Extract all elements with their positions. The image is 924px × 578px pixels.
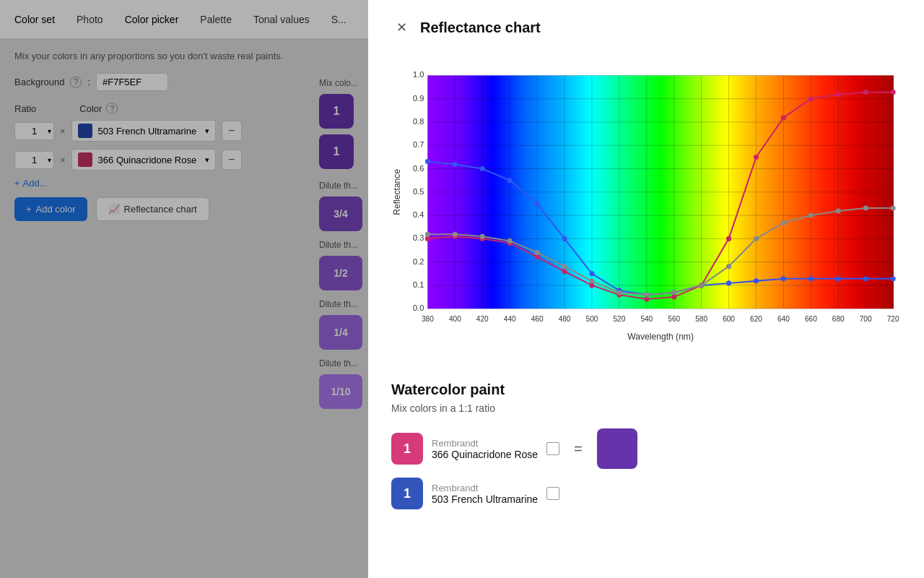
svg-point-69 <box>726 280 731 285</box>
svg-point-92 <box>863 90 868 95</box>
svg-text:0.7: 0.7 <box>413 140 424 149</box>
svg-text:520: 520 <box>613 315 625 323</box>
svg-text:400: 400 <box>449 315 461 323</box>
svg-text:660: 660 <box>805 315 817 323</box>
svg-point-109 <box>836 209 841 214</box>
svg-text:460: 460 <box>531 315 544 323</box>
svg-point-72 <box>808 276 814 281</box>
svg-text:0.3: 0.3 <box>413 233 424 242</box>
svg-point-90 <box>808 96 814 101</box>
checkbox-rose[interactable] <box>546 442 559 455</box>
paint-brand-rose: Rembrandt <box>432 438 538 449</box>
svg-point-75 <box>891 276 896 281</box>
close-modal-button[interactable]: ✕ <box>391 17 411 38</box>
paint-name-ultramarine: 503 French Ultramarine <box>432 493 538 505</box>
y-axis-title: Reflectance <box>392 169 402 215</box>
svg-point-81 <box>562 269 567 274</box>
watercolor-section: Watercolor paint Mix colors in a 1:1 rat… <box>391 381 901 509</box>
paint-name-rose: 366 Quinacridone Rose <box>432 449 538 460</box>
svg-text:0.8: 0.8 <box>413 117 424 126</box>
svg-text:0.1: 0.1 <box>413 280 424 289</box>
svg-text:600: 600 <box>723 315 735 323</box>
svg-text:560: 560 <box>668 315 680 323</box>
svg-text:480: 480 <box>559 315 571 323</box>
svg-point-70 <box>754 278 759 283</box>
svg-point-71 <box>781 276 786 281</box>
svg-point-108 <box>808 213 814 218</box>
svg-point-105 <box>726 264 731 269</box>
paint-badge-ultramarine: 1 <box>391 478 423 509</box>
svg-text:0.2: 0.2 <box>413 257 424 266</box>
reflectance-chart-svg: 0.0 0.1 0.2 0.3 0.4 0.5 0.6 0.7 0.8 0.9 … <box>391 55 901 358</box>
mix-ratio-text: Mix colors in a 1:1 ratio <box>391 402 901 414</box>
svg-point-107 <box>781 220 786 225</box>
svg-point-61 <box>507 178 513 183</box>
svg-text:640: 640 <box>777 315 790 323</box>
svg-text:440: 440 <box>504 315 516 323</box>
svg-point-94 <box>425 232 430 237</box>
svg-text:580: 580 <box>695 315 707 323</box>
svg-text:500: 500 <box>586 315 598 323</box>
reflectance-chart-container: 0.0 0.1 0.2 0.3 0.4 0.5 0.6 0.7 0.8 0.9 … <box>391 55 901 358</box>
paint-badge-rose: 1 <box>391 433 423 465</box>
x-axis-title: Wavelength (nm) <box>627 332 694 342</box>
svg-point-73 <box>836 276 841 281</box>
svg-point-106 <box>754 236 759 241</box>
svg-point-96 <box>480 234 485 239</box>
svg-text:700: 700 <box>860 315 872 323</box>
svg-point-99 <box>562 264 567 269</box>
paint-info-rose: Rembrandt 366 Quinacridone Rose <box>432 438 538 460</box>
svg-point-59 <box>453 162 458 167</box>
svg-text:0.9: 0.9 <box>413 94 424 103</box>
svg-point-64 <box>589 271 594 276</box>
svg-point-76 <box>425 236 430 241</box>
result-color-swatch <box>597 428 637 469</box>
svg-text:0.4: 0.4 <box>413 210 424 219</box>
svg-point-98 <box>535 250 540 255</box>
paint-info-ultramarine: Rembrandt 503 French Ultramarine <box>432 483 538 505</box>
svg-point-104 <box>699 282 704 288</box>
reflectance-modal: ✕ Reflectance chart <box>368 0 924 578</box>
paint-row-ultramarine: 1 Rembrandt 503 French Ultramarine <box>391 478 901 509</box>
svg-point-101 <box>616 290 622 295</box>
x-axis-labels: 380 400 420 440 460 480 500 520 540 560 … <box>422 315 899 323</box>
paint-brand-ultramarine: Rembrandt <box>432 483 538 493</box>
svg-text:620: 620 <box>750 315 762 323</box>
svg-point-74 <box>863 276 868 281</box>
svg-point-100 <box>589 278 594 283</box>
svg-point-110 <box>863 205 868 210</box>
svg-point-95 <box>453 232 458 237</box>
y-axis-labels: 0.0 0.1 0.2 0.3 0.4 0.5 0.6 0.7 0.8 0.9 … <box>413 70 424 312</box>
svg-point-84 <box>644 297 649 302</box>
modal-title: Reflectance chart <box>420 20 541 36</box>
svg-point-58 <box>425 159 430 164</box>
checkbox-ultramarine[interactable] <box>546 487 559 500</box>
equals-sign: = <box>574 441 583 457</box>
svg-text:0.5: 0.5 <box>413 187 424 196</box>
svg-text:420: 420 <box>476 315 489 323</box>
modal-header: ✕ Reflectance chart <box>391 17 901 38</box>
svg-point-85 <box>671 295 676 300</box>
svg-text:380: 380 <box>422 315 434 323</box>
svg-point-89 <box>781 115 786 120</box>
svg-point-80 <box>535 254 540 259</box>
svg-point-103 <box>671 290 676 295</box>
svg-point-111 <box>891 205 896 210</box>
paint-row-rose: 1 Rembrandt 366 Quinacridone Rose = <box>391 428 901 469</box>
watercolor-title: Watercolor paint <box>391 381 901 398</box>
svg-point-102 <box>644 293 649 298</box>
svg-text:680: 680 <box>832 315 845 323</box>
svg-text:540: 540 <box>640 315 653 323</box>
svg-point-62 <box>535 201 540 206</box>
svg-point-82 <box>589 282 594 288</box>
svg-text:0.0: 0.0 <box>413 303 424 312</box>
svg-point-60 <box>480 166 485 171</box>
svg-point-63 <box>562 236 567 241</box>
svg-point-88 <box>754 155 759 160</box>
svg-text:720: 720 <box>887 315 899 323</box>
svg-point-91 <box>836 92 841 97</box>
svg-text:0.6: 0.6 <box>413 164 424 173</box>
svg-point-97 <box>507 238 513 243</box>
svg-point-87 <box>726 236 731 241</box>
svg-point-93 <box>891 90 896 95</box>
